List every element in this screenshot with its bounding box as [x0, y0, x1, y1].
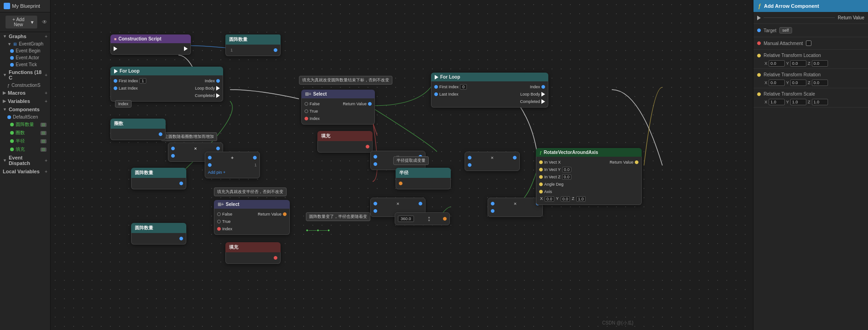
- macros-add-button[interactable]: +: [45, 91, 47, 96]
- mult2-out-icon: [419, 202, 422, 205]
- add-new-button[interactable]: + Add New ▼: [6, 16, 37, 28]
- fill-1-title: 填充: [321, 133, 330, 139]
- array-count-pin-out-icon: [274, 48, 277, 52]
- sidebar-item-radius[interactable]: 半径 ⊡: [0, 137, 50, 145]
- select-1-false-row: False Return Value: [302, 100, 374, 108]
- sidebar-item-event-begin[interactable]: Event Begin: [0, 47, 50, 54]
- rv-x-label: X: [540, 196, 543, 202]
- rv-invect-z-row: In Vect Z 0.0: [536, 173, 641, 181]
- for-loop-2-loopbody-right: Loop Body: [520, 92, 545, 97]
- array-count-bottom-node: 圆阵数量: [131, 223, 186, 245]
- array-count-left-body: [131, 178, 186, 189]
- sidebar-item-event-actor[interactable]: Event Actor: [0, 54, 50, 61]
- eventgraph-label: EventGraph: [19, 41, 43, 46]
- wire-hint-bottom: ●——●——●: [306, 225, 330, 233]
- rv-x-val: 0.0: [545, 196, 554, 202]
- select-1-index-left: Index: [305, 116, 320, 121]
- rp-manual-checkbox[interactable]: [806, 40, 811, 46]
- add-pin-body: + 1 Add pin +: [205, 152, 260, 178]
- rp-rotation-label: Relative Transform Rotation: [764, 72, 821, 77]
- rp-loc-z-input[interactable]: [812, 60, 828, 67]
- sidebar-item-array-count[interactable]: 圆阵数量 ⊡: [0, 120, 50, 129]
- op-pin2-icon: [468, 163, 471, 167]
- rp-rot-y-input[interactable]: [790, 80, 806, 86]
- sidebar-item-event-tick[interactable]: Event Tick: [0, 61, 50, 68]
- add-pin-out-icon: [253, 156, 257, 159]
- rp-scale-y-input[interactable]: [790, 99, 806, 105]
- fill-1-out-icon: [366, 145, 369, 148]
- right-panel: ƒ Add Arrow Component Return Value Targe…: [753, 0, 868, 330]
- sidebar-item-eventgraph[interactable]: ▼ ⊞ EventGraph: [0, 40, 50, 47]
- for-loop-1-title: For Loop: [120, 68, 139, 74]
- for-loop-1-first-index-left: First Index 1: [114, 78, 146, 84]
- sidebar-item-defaultscene[interactable]: DefaultScen: [0, 114, 50, 120]
- add-pin-addpin-btn[interactable]: Add pin +: [208, 170, 225, 175]
- array-count-bottom-body: [131, 233, 186, 245]
- array-count-top-title: 圆阵数量: [229, 36, 247, 43]
- for-loop-1-loopbody-icon: [216, 86, 220, 91]
- circle-count-pin-out-icon: [159, 132, 162, 136]
- rp-rot-z-input[interactable]: [812, 80, 828, 86]
- op-op-icon: ×: [491, 155, 494, 160]
- rv-invect-x-row: In Vect X Return Value: [536, 159, 641, 166]
- array-count-left-out-icon: [179, 182, 183, 185]
- op2-op-icon: ×: [514, 201, 517, 206]
- local-variables-add-button[interactable]: +: [45, 169, 47, 174]
- canvas-area[interactable]: ■ Construction Script 圆阵数量 1: [51, 0, 753, 330]
- for-loop-1-completed-right: Completed: [195, 93, 220, 98]
- radius-node-body: [396, 178, 451, 189]
- rv-y-label: Y: [556, 196, 559, 202]
- functions-add-button[interactable]: +: [45, 73, 47, 78]
- rotate-vector-body: In Vect X Return Value In Vect Y 0.0 In …: [536, 157, 642, 205]
- fill-label: 填充: [16, 146, 25, 153]
- sidebar-item-circle-count[interactable]: 圈数 ⊡: [0, 129, 50, 137]
- rp-exec-in-icon: [757, 16, 761, 20]
- for-loop-2-header: For Loop: [431, 73, 548, 81]
- visibility-button[interactable]: 👁: [42, 19, 47, 25]
- add-pin-addpin: Add pin +: [205, 169, 259, 176]
- degree-down-icon[interactable]: ▼: [427, 219, 431, 222]
- variables-add-button[interactable]: +: [45, 99, 47, 104]
- array-count-top-header: 圆阵数量: [225, 34, 281, 45]
- for-loop-1-first-index-val: 1: [139, 78, 146, 84]
- rp-rot-x-input[interactable]: [769, 80, 785, 86]
- watermark-text: CSDN @{小瓜}: [602, 320, 633, 325]
- rp-exec-row: Return Value: [757, 14, 864, 22]
- event-begin-label: Event Begin: [16, 48, 40, 53]
- circle-count-label: 圈数: [16, 130, 25, 136]
- select-1-node: ⊞+ Select False Return Value True: [301, 90, 375, 125]
- blueprint-label: My Blueprint: [12, 3, 40, 9]
- rp-target-value: self: [779, 27, 792, 34]
- degree-up-icon[interactable]: ▲: [427, 216, 431, 219]
- construction-label: ConstructionS: [11, 83, 40, 88]
- rv-return-right: Return Value: [609, 160, 638, 165]
- rp-loc-z-label: Z: [808, 61, 811, 66]
- rv-axis-pin-icon: [539, 190, 543, 193]
- fill-1-node: 填充: [317, 131, 373, 153]
- op-node-1: ×: [465, 152, 520, 171]
- circle-count-body: [110, 129, 166, 140]
- select-1-true-left: True: [305, 109, 318, 114]
- rp-loc-x-input[interactable]: [769, 60, 785, 67]
- macros-label: Macros: [8, 90, 26, 96]
- for-loop-1-loopbody-right: Loop Body: [195, 86, 220, 91]
- construction-script-node: ■ Construction Script: [110, 34, 191, 55]
- select-1-title: Select: [313, 91, 327, 97]
- event-dispatch-add-button[interactable]: +: [45, 158, 47, 163]
- sidebar-item-construction[interactable]: ƒ ConstructionS: [0, 82, 50, 89]
- add-pin-row2: 1: [205, 161, 259, 169]
- sidebar-header: My Blueprint: [0, 0, 50, 12]
- mult2-row1: ×: [371, 200, 425, 207]
- rp-target-dot-icon: [757, 28, 761, 32]
- for-loop-1-first-index-row: First Index 1 Index: [111, 77, 223, 85]
- select-2-index-left: Index: [217, 227, 232, 231]
- sidebar-item-fill[interactable]: 填充 ⊡: [0, 145, 50, 154]
- graphs-add-button[interactable]: +: [45, 34, 47, 39]
- rv-return-pin-icon: [635, 160, 638, 164]
- rp-scale-z-input[interactable]: [812, 99, 828, 105]
- construction-script-title: Construction Script: [118, 36, 161, 41]
- rp-loc-y-input[interactable]: [790, 60, 806, 67]
- for-loop-2-first-index-left: First Index 0: [434, 84, 467, 90]
- rp-scale-x-input[interactable]: [769, 99, 785, 105]
- event-tick-label: Event Tick: [16, 62, 37, 67]
